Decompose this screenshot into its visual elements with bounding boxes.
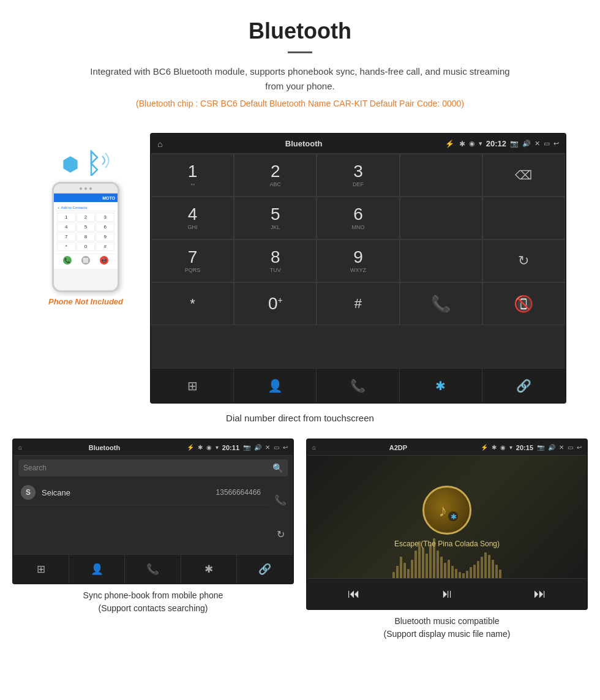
dial-key-0[interactable]: 0+ <box>234 282 317 325</box>
bottom-btn-dialpad[interactable]: ⊞ <box>151 369 234 402</box>
pb-right-refresh-icon[interactable]: ↻ <box>274 526 287 543</box>
title-divider <box>288 51 312 53</box>
pb-bottom-contacts[interactable]: 👤 <box>69 555 125 583</box>
music-song-title: Escape (The Pina Colada Song) <box>394 540 500 548</box>
pb-search-icon: 🔍 <box>272 463 283 473</box>
phone-moto-text: MOTO <box>102 196 115 200</box>
phone-dot <box>89 187 92 190</box>
dial-screen-title: Bluetooth <box>167 139 440 148</box>
dial-empty-2-4 <box>400 197 482 239</box>
dial-key-9[interactable]: 9 WXYZ <box>317 239 399 282</box>
dial-key-7[interactable]: 7 PQRS <box>151 239 234 282</box>
dial-refresh[interactable]: ↻ <box>482 239 565 282</box>
pb-x-icon: ✕ <box>265 444 270 451</box>
bottom-btn-calls[interactable]: 📞 <box>317 369 399 402</box>
page-description: Integrated with BC6 Bluetooth module, su… <box>86 64 514 94</box>
pb-loc-icon: ◉ <box>206 444 212 451</box>
phone-key-8: 8 <box>77 232 96 241</box>
pb-search-bar: Search 🔍 <box>18 459 288 476</box>
bottom-btn-contacts[interactable]: 👤 <box>234 369 317 402</box>
music-dark-bg: ♪ ✱ Escape (The Pina Colada Song) <box>307 456 587 578</box>
music-wifi-icon: ▾ <box>509 444 512 451</box>
bluetooth-specs: (Bluetooth chip : CSR BC6 Default Blueto… <box>12 99 588 108</box>
bluetooth-status-icon: ✱ <box>459 140 465 148</box>
back-icon: ↩ <box>553 140 559 148</box>
pb-status-bar: ⌂ Bluetooth ⚡ ✱ ◉ ▾ 20:11 📷 🔊 ✕ ▭ ↩ <box>13 440 293 456</box>
music-usb-icon: ⚡ <box>481 444 488 451</box>
music-bt-icon: ✱ <box>492 444 497 451</box>
music-loc-icon: ◉ <box>500 444 506 451</box>
music-screenshot-item: ⌂ A2DP ⚡ ✱ ◉ ▾ 20:15 📷 🔊 ✕ ▭ ↩ <box>306 438 588 641</box>
bottom-screenshots: ⌂ Bluetooth ⚡ ✱ ◉ ▾ 20:11 📷 🔊 ✕ ▭ ↩ Sear… <box>0 432 600 647</box>
plus-icon: + <box>58 206 60 209</box>
phone-key-2: 2 <box>77 213 96 222</box>
music-play-pause-btn[interactable]: ⏯ <box>441 587 453 601</box>
music-vol-icon: 🔊 <box>548 444 555 451</box>
music-album-art: ♪ ✱ <box>422 486 471 535</box>
dial-key-4[interactable]: 4 GHI <box>151 197 234 239</box>
dial-key-8[interactable]: 8 TUV <box>234 239 317 282</box>
dial-caption: Dial number direct from touchscreen <box>0 407 600 432</box>
music-title: A2DP <box>320 444 477 451</box>
phone-dot <box>80 187 82 190</box>
pb-bottom-link[interactable]: 🔗 <box>237 555 293 583</box>
dial-key-5[interactable]: 5 JKL <box>234 197 317 239</box>
dial-end-button[interactable]: 📵 <box>482 282 565 325</box>
phone-key-hash: # <box>96 242 114 251</box>
music-home-icon: ⌂ <box>312 444 316 451</box>
phone-mockup-area: ⬢ MOTO <box>34 133 138 306</box>
phone-key-1: 1 <box>57 213 76 222</box>
pb-bottom-bluetooth[interactable]: ✱ <box>181 555 237 583</box>
dial-key-star[interactable]: * <box>151 282 234 325</box>
volume-icon: 🔊 <box>522 140 531 148</box>
phone-key-4: 4 <box>57 222 76 231</box>
dial-key-3[interactable]: 3 DEF <box>317 154 399 197</box>
bluetooth-signal-icon: ⬢ <box>62 145 110 176</box>
dial-backspace[interactable]: ⌫ <box>482 154 565 197</box>
dial-key-hash[interactable]: # <box>317 282 399 325</box>
page-title: Bluetooth <box>12 18 588 44</box>
pb-title: Bluetooth <box>26 444 183 451</box>
phone-moto-bar: MOTO <box>54 194 118 202</box>
location-icon: ◉ <box>469 140 475 148</box>
bottom-btn-bluetooth[interactable]: ✱ <box>400 369 482 402</box>
dial-key-1[interactable]: 1 ∾ <box>151 154 234 197</box>
car-bottom-bar: ⊞ 👤 📞 ✱ 🔗 <box>151 368 565 402</box>
pb-camera-icon: 📷 <box>243 444 250 451</box>
phone-key-3: 3 <box>96 213 114 222</box>
pb-bottom-dialpad[interactable]: ⊞ <box>13 555 69 583</box>
phonebook-screenshot-item: ⌂ Bluetooth ⚡ ✱ ◉ ▾ 20:11 📷 🔊 ✕ ▭ ↩ Sear… <box>12 438 294 641</box>
dial-empty-2-5 <box>482 197 565 239</box>
phone-add-contacts: + Add to Contacts <box>56 205 116 211</box>
x-icon: ✕ <box>534 140 540 148</box>
phonebook-screen: ⌂ Bluetooth ⚡ ✱ ◉ ▾ 20:11 📷 🔊 ✕ ▭ ↩ Sear… <box>12 438 294 584</box>
dial-call-button[interactable]: 📞 <box>400 282 482 325</box>
pb-bottom-calls[interactable]: 📞 <box>125 555 181 583</box>
phone-btn-gray: ⬜ <box>81 256 90 265</box>
phonebook-caption: Sync phone-book from mobile phone (Suppo… <box>83 589 223 615</box>
pb-contact-section: S Seicane 13566664466 📞 ↻ <box>13 480 293 554</box>
pb-bottom-bar: ⊞ 👤 📞 ✱ 🔗 <box>13 554 293 583</box>
dial-empty-3-4 <box>400 239 482 282</box>
music-next-btn[interactable]: ⏭ <box>534 587 546 601</box>
music-prev-btn[interactable]: ⏮ <box>348 587 360 601</box>
pb-right-call-icon[interactable]: 📞 <box>272 492 289 508</box>
music-back-icon: ↩ <box>577 444 582 451</box>
dial-grid: 1 ∾ 2 ABC 3 DEF ⌫ 4 GHI 5 JKL <box>151 154 565 368</box>
dial-key-2[interactable]: 2 ABC <box>234 154 317 197</box>
page-header: Bluetooth Integrated with BC6 Bluetooth … <box>0 0 600 127</box>
home-icon: ⌂ <box>157 139 162 149</box>
svg-text:✱: ✱ <box>451 513 457 521</box>
phone-btn-end: 📵 <box>100 256 108 265</box>
phone-key-7: 7 <box>57 232 76 241</box>
pb-home-icon: ⌂ <box>18 444 22 451</box>
pb-back-icon: ↩ <box>283 444 288 451</box>
phone-btn-call: 📞 <box>63 256 72 265</box>
phone-dot <box>84 187 87 190</box>
pb-bt-icon: ✱ <box>198 444 203 451</box>
music-camera-icon: 📷 <box>537 444 544 451</box>
dial-key-6[interactable]: 6 MNO <box>317 197 399 239</box>
bottom-btn-link[interactable]: 🔗 <box>482 369 565 402</box>
music-x-icon: ✕ <box>559 444 564 451</box>
pb-contact-number: 13566664466 <box>216 488 261 497</box>
